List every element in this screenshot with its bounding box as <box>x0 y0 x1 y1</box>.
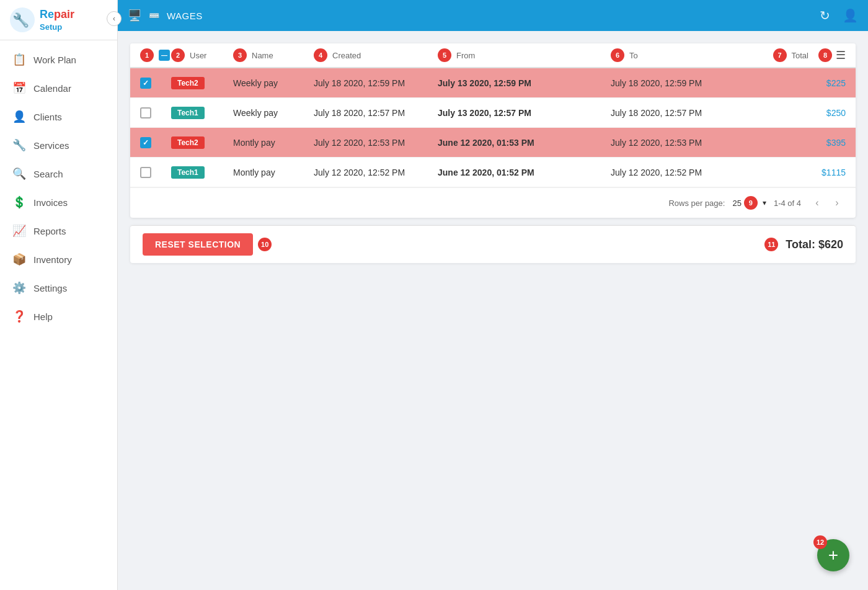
reset-selection-button[interactable]: RESET SELECTION <box>143 233 253 256</box>
row1-check[interactable] <box>140 78 171 89</box>
topbar-monitor-icon: 🖥️ <box>128 9 141 22</box>
row2-total: $250 <box>784 108 846 118</box>
row1-total: $225 <box>784 78 846 88</box>
row3-check[interactable] <box>140 137 171 148</box>
col-header-name: 3 Name <box>233 48 314 62</box>
badge-3: 3 <box>233 48 247 62</box>
table-column-headers: 1 2 User 3 Name 4 Created <box>130 43 856 68</box>
services-icon: 🔧 <box>12 138 26 152</box>
sidebar-item-label: Inventory <box>33 254 72 265</box>
sidebar-item-calendar[interactable]: 📅 Calendar <box>0 74 117 102</box>
settings-icon: ⚙️ <box>12 281 26 295</box>
sidebar-item-label: Services <box>33 140 69 151</box>
badge-11: 11 <box>764 238 778 251</box>
content-area: 1 2 User 3 Name 4 Created <box>118 31 868 590</box>
row2-check[interactable] <box>140 107 171 118</box>
clients-icon: 👤 <box>12 110 26 123</box>
row3-to: July 12 2020, 12:53 PM <box>611 138 784 148</box>
sidebar-item-reports[interactable]: 📈 Reports <box>0 217 117 245</box>
topbar: 🖥️ ⌨️ WAGES ↻ 👤 <box>118 0 868 31</box>
row4-created: July 12 2020, 12:52 PM <box>314 168 438 177</box>
row3-user: Tech2 <box>171 136 233 149</box>
row1-to: July 18 2020, 12:59 PM <box>611 78 784 88</box>
row1-from: July 13 2020, 12:59 PM <box>438 78 611 88</box>
sidebar-item-label: Search <box>33 169 63 179</box>
rows-per-page-value: 25 <box>732 199 741 208</box>
reports-icon: 📈 <box>12 224 26 238</box>
help-icon: ❓ <box>12 310 26 323</box>
row3-created: July 12 2020, 12:53 PM <box>314 138 438 148</box>
sidebar-item-help[interactable]: ❓ Help <box>0 302 117 331</box>
badge-8: 8 <box>818 48 832 62</box>
user-chip: Tech1 <box>171 107 205 119</box>
row4-check[interactable] <box>140 167 171 178</box>
col-header-total: 7 Total 8 ☰ <box>784 48 846 62</box>
badge-12: 12 <box>813 535 827 549</box>
sidebar-item-label: Settings <box>33 283 67 293</box>
row4-total: $1115 <box>784 168 846 177</box>
sidebar-item-label: Help <box>33 311 53 322</box>
col-header-to: 6 To <box>611 48 784 62</box>
badge-2: 2 <box>171 48 185 62</box>
calendar-icon: 📅 <box>12 81 26 95</box>
row1-created: July 18 2020, 12:59 PM <box>314 78 438 88</box>
sidebar-item-invoices[interactable]: 💲 Invoices <box>0 188 117 217</box>
logo-area: 🔧 Repair Setup <box>0 0 117 40</box>
filter-icon[interactable]: ☰ <box>836 48 846 62</box>
invoices-icon: 💲 <box>12 195 26 209</box>
row4-name: Montly pay <box>233 168 314 177</box>
badge-7: 7 <box>773 48 787 62</box>
badge-5: 5 <box>438 48 451 62</box>
row4-checkbox[interactable] <box>140 167 151 178</box>
table-row: Tech2 Montly pay July 12 2020, 12:53 PM … <box>130 128 856 158</box>
page-range: 1-4 of 4 <box>774 199 801 208</box>
refresh-button[interactable]: ↻ <box>820 8 830 23</box>
sidebar-item-services[interactable]: 🔧 Services <box>0 131 117 159</box>
logo-text: Repair Setup <box>40 8 74 32</box>
badge-9: 9 <box>744 196 758 210</box>
user-chip: Tech2 <box>171 77 205 89</box>
col-header-from: 5 From <box>438 48 611 62</box>
sidebar-item-inventory[interactable]: 📦 Inventory <box>0 245 117 274</box>
table-row: Tech1 Weekly pay July 18 2020, 12:57 PM … <box>130 98 856 128</box>
wages-table-card: 1 2 User 3 Name 4 Created <box>130 43 856 218</box>
sidebar-item-work-plan[interactable]: 📋 Work Plan <box>0 45 117 74</box>
sidebar: 🔧 Repair Setup 📋 Work Plan 📅 Calendar 👤 … <box>0 0 118 590</box>
badge-10: 10 <box>258 238 272 251</box>
user-button[interactable]: 👤 <box>843 8 858 23</box>
row4-to: July 12 2020, 12:52 PM <box>611 168 784 177</box>
pagination-row: Rows per page: 25 9 ▾ 1-4 of 4 ‹ › <box>130 187 856 218</box>
sidebar-item-clients[interactable]: 👤 Clients <box>0 102 117 131</box>
row2-checkbox[interactable] <box>140 107 151 118</box>
sidebar-collapse-button[interactable]: ‹ <box>107 11 122 26</box>
topbar-title: WAGES <box>167 11 203 21</box>
row3-checkbox[interactable] <box>140 137 151 148</box>
add-fab-button[interactable]: 12 + <box>817 539 849 571</box>
total-amount: Total: $620 <box>786 238 843 251</box>
main-area: 🖥️ ⌨️ WAGES ↻ 👤 1 2 User <box>118 0 868 590</box>
select-all-checkbox[interactable] <box>159 50 170 61</box>
sidebar-item-label: Reports <box>33 226 66 236</box>
badge-6: 6 <box>611 48 624 62</box>
svg-text:🔧: 🔧 <box>12 12 30 29</box>
row3-name: Montly pay <box>233 138 314 148</box>
dropdown-arrow-icon[interactable]: ▾ <box>763 199 766 207</box>
badge-1: 1 <box>140 48 154 62</box>
user-chip: Tech2 <box>171 136 205 149</box>
table-row: Tech2 Weekly pay July 18 2020, 12:59 PM … <box>130 68 856 98</box>
prev-page-button[interactable]: ‹ <box>808 194 826 212</box>
table-row: Tech1 Montly pay July 12 2020, 12:52 PM … <box>130 158 856 187</box>
rows-per-page-selector[interactable]: 25 9 ▾ <box>732 196 766 210</box>
row1-checkbox[interactable] <box>140 78 151 89</box>
row1-name: Weekly pay <box>233 78 314 88</box>
sidebar-item-label: Invoices <box>33 197 68 208</box>
sidebar-item-settings[interactable]: ⚙️ Settings <box>0 274 117 302</box>
next-page-button[interactable]: › <box>828 194 846 212</box>
row3-from: June 12 2020, 01:53 PM <box>438 138 611 148</box>
topbar-actions: ↻ 👤 <box>820 8 858 23</box>
sidebar-item-search[interactable]: 🔍 Search <box>0 159 117 188</box>
row2-to: July 18 2020, 12:57 PM <box>611 108 784 118</box>
sidebar-item-label: Calendar <box>33 83 71 94</box>
sidebar-item-label: Work Plan <box>33 55 76 65</box>
col-header-check: 1 <box>140 48 171 62</box>
